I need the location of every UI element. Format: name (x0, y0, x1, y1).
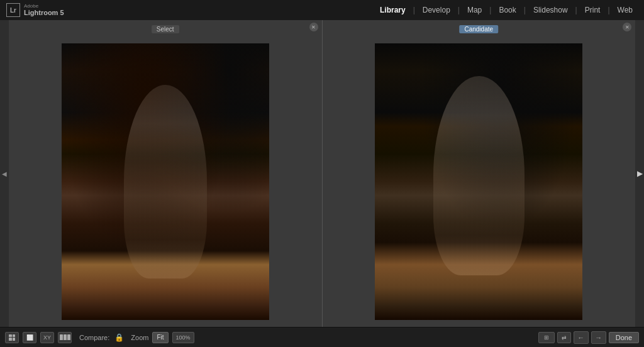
main-content: ◀ Select ✕ Candidate ✕ ▶ (0, 20, 644, 327)
nav-book[interactable]: Book (494, 3, 521, 17)
nav-menu: Library | Develop | Map | Book | Slidesh… (375, 3, 638, 17)
lock-icon: 🔒 (114, 333, 124, 342)
nav-map[interactable]: Map (462, 3, 487, 17)
nav-library[interactable]: Library (375, 3, 411, 17)
xy-compare-btn[interactable]: X Y (40, 332, 54, 343)
candidate-label: Candidate (459, 25, 498, 33)
grid-view-btn[interactable] (5, 332, 19, 343)
lr-logo-text: Lr (10, 7, 16, 14)
nav-slideshow[interactable]: Slideshow (528, 3, 573, 17)
prev-arrow-icon: ← (577, 334, 584, 341)
y-label: Y (47, 334, 51, 341)
right-panel-arrow: ▶ (637, 169, 643, 178)
zoom-custom-btn[interactable]: 100% (172, 332, 194, 343)
select-photo-panel: Select ✕ (9, 20, 323, 327)
nav-sep-4: | (523, 6, 527, 14)
bottom-bar: ⬜ X Y Compare: 🔒 Zoom Fit 100% ⊞ ⇄ ← (0, 327, 644, 347)
done-btn[interactable]: Done (609, 332, 639, 343)
adobe-label: Adobe (24, 3, 64, 9)
candidate-panel-close[interactable]: ✕ (623, 23, 631, 31)
loupe-view-btn[interactable]: ⬜ (23, 332, 36, 343)
left-panel-arrow: ◀ (2, 170, 7, 177)
left-panel-toggle[interactable]: ◀ (0, 20, 9, 327)
grid-icon (9, 334, 15, 341)
select-photo-image (62, 43, 269, 320)
next-btn[interactable]: → (591, 331, 606, 344)
survey-btn[interactable] (58, 332, 72, 343)
xy-icon: X Y (43, 334, 51, 341)
app-name-area: Adobe Lightroom 5 (24, 3, 64, 18)
nav-print[interactable]: Print (580, 3, 606, 17)
candidate-photo-panel: Candidate ✕ (323, 20, 636, 327)
compare-view: Select ✕ Candidate ✕ (9, 20, 635, 327)
select-photo-container (15, 26, 316, 321)
frame-2 (64, 334, 67, 340)
lock-btn[interactable]: 🔒 (113, 332, 125, 343)
select-label: Select (152, 25, 179, 33)
select-panel-close[interactable]: ✕ (309, 23, 318, 31)
bottom-right-controls: ⊞ ⇄ ← → Done (538, 331, 639, 344)
prev-btn[interactable]: ← (574, 331, 589, 344)
nav-sep-2: | (457, 6, 461, 14)
zoom-fit-label: Fit (157, 334, 164, 341)
nav-sep-5: | (574, 6, 579, 14)
compare-text-label: Compare: (79, 334, 109, 341)
zoom-fit-btn[interactable]: Fit (152, 332, 168, 343)
nav-sep-6: | (606, 6, 611, 14)
grid-thumbs-btn[interactable]: ⊞ (538, 332, 555, 343)
frame-3 (67, 334, 70, 340)
nav-web[interactable]: Web (613, 3, 638, 17)
nav-sep-3: | (488, 6, 492, 14)
app-name: Lightroom 5 (24, 9, 64, 17)
next-arrow-icon: → (595, 334, 602, 341)
grid-cell-2 (13, 334, 16, 338)
nav-develop[interactable]: Develop (418, 3, 455, 17)
right-panel-toggle[interactable]: ▶ (635, 20, 644, 327)
grid-cell-3 (9, 338, 12, 341)
lr-logo: Lr (6, 3, 20, 17)
done-label: Done (616, 334, 632, 341)
candidate-photo-container (329, 26, 630, 321)
survey-icon (60, 334, 70, 340)
zoom-text-label: Zoom (131, 334, 148, 341)
grid-thumbs-icon: ⊞ (544, 334, 549, 341)
grid-cell-4 (13, 338, 16, 341)
frame-1 (60, 334, 63, 340)
loupe-icon: ⬜ (26, 334, 33, 341)
swap-icon: ⇄ (562, 334, 567, 341)
candidate-photo-image (375, 43, 582, 320)
top-bar: Lr Adobe Lightroom 5 Library | Develop |… (0, 0, 644, 20)
swap-btn[interactable]: ⇄ (557, 332, 571, 343)
logo-area: Lr Adobe Lightroom 5 (6, 3, 64, 18)
nav-sep-1: | (412, 6, 416, 14)
zoom-custom-label: 100% (176, 334, 191, 341)
grid-cell-1 (9, 334, 12, 338)
